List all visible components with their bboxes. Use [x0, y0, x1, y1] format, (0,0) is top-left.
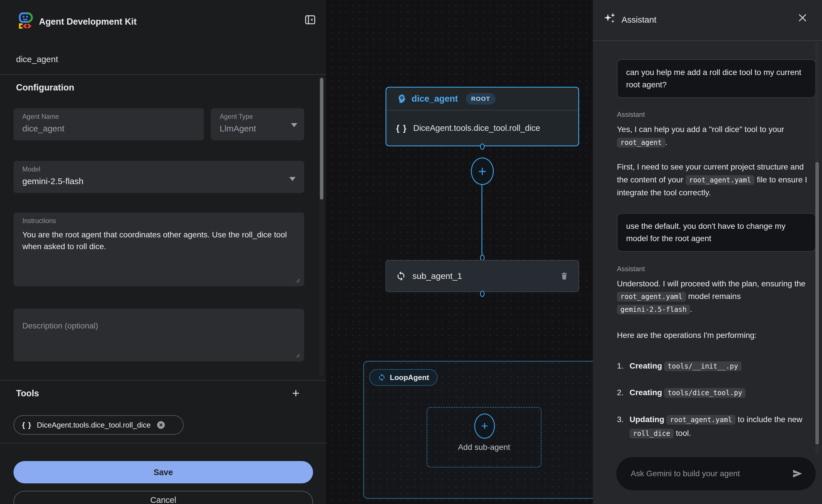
inline-code: root_agent.yaml: [686, 175, 755, 185]
divider: [0, 74, 327, 75]
connector-dot[interactable]: [480, 291, 485, 297]
operation-verb: Updating: [630, 415, 664, 424]
message-text: Understood. I will proceed with the plan…: [617, 279, 805, 288]
assistant-panel: Assistant can you help me add a roll dic…: [593, 0, 822, 504]
operations-list: 1. Creating tools/__init__.py 2. Creatin…: [617, 359, 816, 440]
sub-agent-node[interactable]: sub_agent_1: [386, 260, 579, 292]
assistant-message: Yes, I can help you add a "roll dice" to…: [617, 123, 816, 149]
assistant-header: Assistant: [593, 0, 822, 41]
chevron-down-icon: [291, 123, 297, 127]
list-number: 3.: [617, 413, 630, 440]
instructions-label: Instructions: [22, 217, 56, 225]
assistant-message: Here are the operations I'm performing:: [617, 329, 816, 342]
cancel-button[interactable]: Cancel: [13, 491, 313, 504]
inline-code: root_agent.yaml: [667, 415, 736, 425]
sidebar-scrollbar-thumb[interactable]: [320, 78, 323, 199]
operation-verb: Creating: [630, 361, 662, 370]
list-number: 1.: [617, 359, 630, 373]
close-icon[interactable]: [797, 12, 808, 23]
agent-name-label: Agent Name: [22, 113, 59, 120]
model-value: gemini-2.5-flash: [22, 176, 83, 186]
model-select[interactable]: Model gemini-2.5-flash: [13, 161, 304, 193]
configuration-heading: Configuration: [16, 82, 74, 93]
connector-dot[interactable]: [480, 143, 485, 150]
model-label: Model: [22, 165, 40, 173]
inline-code: root_agent: [617, 138, 665, 147]
send-icon[interactable]: [792, 468, 803, 479]
chat-input-bar[interactable]: [616, 457, 816, 490]
edge-line: [481, 185, 482, 256]
loop-icon: [378, 374, 386, 382]
code-braces-icon: { }: [396, 123, 407, 133]
tool-chip-label: DiceAgent.tools.dice_tool.roll_dice: [37, 421, 150, 430]
message-text: to include the new: [736, 415, 803, 424]
user-message: use the default. you don't have to chang…: [617, 213, 816, 252]
app-title: Agent Development Kit: [39, 17, 137, 27]
inline-code: tools/dice_tool.py: [664, 388, 746, 398]
root-node-tool-row[interactable]: { } DiceAgent.tools.dice_tool.roll_dice: [386, 110, 578, 146]
selected-agent-title: dice_agent: [16, 54, 58, 64]
root-node-tool-label: DiceAgent.tools.dice_tool.roll_dice: [413, 123, 540, 133]
loop-icon: [396, 271, 406, 281]
chat-scrollbar-thumb[interactable]: [815, 162, 819, 444]
assistant-role-label: Assistant: [617, 110, 816, 118]
adk-logo-icon: [18, 11, 35, 29]
inline-code: gemini-2.5-flash: [617, 305, 690, 315]
chevron-down-icon: [289, 177, 296, 181]
loop-agent-badge[interactable]: LoopAgent: [369, 369, 438, 386]
agent-name-field[interactable]: Agent Name dice_agent: [13, 108, 204, 140]
tools-heading: Tools: [16, 388, 39, 399]
agent-type-label: Agent Type: [220, 113, 253, 120]
instructions-textarea[interactable]: Instructions You are the root agent that…: [13, 212, 304, 287]
agent-name-value: dice_agent: [22, 124, 64, 133]
user-message: can you help me add a roll dice tool to …: [617, 59, 816, 98]
loop-agent-group[interactable]: LoopAgent + Add sub-agent: [363, 361, 593, 499]
message-text: [664, 415, 667, 424]
root-badge: ROOT: [466, 93, 495, 104]
agent-type-value: LlmAgent: [220, 124, 256, 133]
description-textarea[interactable]: Description (optional): [13, 309, 304, 361]
config-sidebar: Agent Development Kit dice_agent Configu…: [0, 0, 327, 504]
operation-verb: Creating: [630, 388, 662, 397]
operation-item: 1. Creating tools/__init__.py: [617, 359, 816, 373]
operation-item: 3. Updating root_agent.yaml to include t…: [617, 413, 816, 440]
add-sub-agent-button[interactable]: +: [474, 414, 495, 439]
add-sub-agent-label: Add sub-agent: [427, 443, 541, 452]
resize-handle-icon[interactable]: [295, 352, 300, 358]
instructions-value: You are the root agent that coordinates …: [22, 229, 290, 252]
resize-handle-icon[interactable]: [295, 277, 300, 283]
assistant-title: Assistant: [622, 15, 657, 25]
operation-item: 2. Creating tools/dice_tool.py: [617, 386, 816, 400]
agent-type-select[interactable]: Agent Type LlmAgent: [211, 108, 304, 140]
assistant-message: First, I need to see your current projec…: [617, 161, 816, 199]
agent-graph-canvas[interactable]: dice_agent ROOT { } DiceAgent.tools.dice…: [327, 0, 593, 504]
save-button[interactable]: Save: [13, 461, 313, 483]
psychology-head-icon: [396, 93, 407, 104]
collapse-panel-icon[interactable]: [304, 14, 316, 26]
add-node-button[interactable]: +: [471, 157, 494, 185]
add-tool-button[interactable]: +: [292, 386, 300, 400]
remove-tool-icon[interactable]: [156, 420, 165, 430]
root-node-name: dice_agent: [412, 94, 458, 104]
root-agent-node[interactable]: dice_agent ROOT { } DiceAgent.tools.dice…: [386, 87, 579, 146]
gemini-sparkle-icon: [602, 11, 618, 26]
app-window: Agent Development Kit dice_agent Configu…: [0, 0, 822, 504]
assistant-role-label: Assistant: [617, 265, 816, 273]
list-number: 2.: [617, 386, 630, 400]
delete-trash-icon[interactable]: [560, 272, 569, 281]
message-text: model remains: [686, 292, 741, 301]
divider: [0, 443, 327, 443]
message-text: tool.: [674, 429, 691, 438]
root-agent-node-header[interactable]: dice_agent ROOT: [386, 88, 578, 110]
chat-transcript: can you help me add a roll dice tool to …: [617, 41, 816, 456]
description-placeholder: Description (optional): [22, 321, 98, 331]
code-braces-icon: { }: [22, 421, 31, 430]
message-text: .: [690, 305, 692, 314]
message-text: .: [665, 138, 668, 147]
tool-chip[interactable]: { } DiceAgent.tools.dice_tool.roll_dice: [13, 415, 183, 435]
inline-code: tools/__init__.py: [664, 361, 742, 371]
add-sub-agent-dropzone[interactable]: + Add sub-agent: [426, 407, 541, 468]
chat-input[interactable]: [616, 469, 792, 479]
sub-node-name: sub_agent_1: [412, 271, 553, 281]
loop-badge-label: LoopAgent: [390, 373, 429, 382]
